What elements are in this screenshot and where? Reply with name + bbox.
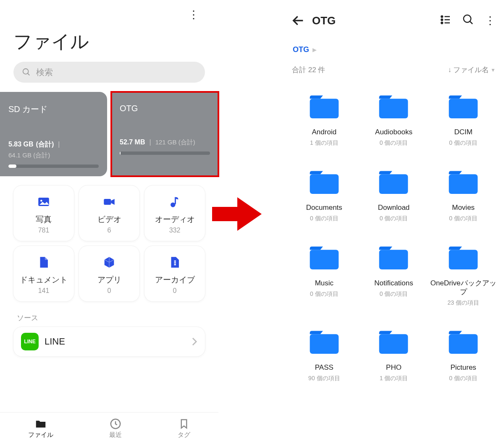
nav-recent[interactable]: 最近 — [109, 418, 122, 439]
back-icon[interactable] — [291, 13, 305, 28]
audio-icon — [148, 194, 202, 210]
folder-icon — [377, 244, 410, 271]
folder-browser-screen: OTG ⋮ OTG ▶ 合計 22 件 ↓ ファイル名 ▼ Android1 個… — [284, 0, 504, 444]
chevron-right-icon — [192, 337, 197, 346]
svg-rect-19 — [310, 99, 339, 118]
page-title: ファイル — [0, 29, 218, 62]
folder-item[interactable]: Music0 個の項目 — [291, 244, 357, 323]
svg-point-12 — [441, 19, 443, 21]
folder-icon — [377, 169, 410, 196]
svg-rect-7 — [174, 261, 176, 262]
folder-icon — [447, 169, 480, 196]
total-count-label: 合計 22 件 — [292, 65, 325, 75]
category-label: アプリ — [82, 274, 136, 285]
search-container: 検索 — [0, 62, 218, 92]
archive-icon — [148, 254, 202, 270]
nav-label: タグ — [178, 431, 190, 438]
folder-name: Music — [291, 279, 357, 288]
red-arrow-icon — [212, 195, 262, 233]
folder-count: 1 個の項目 — [291, 139, 357, 147]
folder-count: 90 個の項目 — [291, 375, 357, 382]
folder-item[interactable]: PASS90 個の項目 — [291, 329, 357, 398]
svg-rect-24 — [449, 174, 478, 194]
category-archives[interactable]: アーカイブ 0 — [144, 246, 205, 301]
folder-name: Android — [291, 128, 357, 137]
transition-gutter — [218, 0, 284, 444]
view-list-button[interactable] — [438, 12, 454, 29]
storage-card-sd[interactable]: SD カード 5.83 GB (合計) | 64.1 GB (合計) — [0, 92, 107, 176]
category-count: 0 — [148, 287, 202, 295]
svg-point-5 — [171, 202, 175, 207]
folder-item[interactable]: Movies0 個の項目 — [430, 169, 496, 238]
topbar: ⋮ — [0, 0, 218, 29]
svg-line-18 — [470, 21, 472, 24]
storage-card-otg[interactable]: OTG 52.7 MB | 121 GB (合計) — [111, 92, 218, 176]
sort-label: ファイル名 — [453, 65, 489, 75]
svg-rect-21 — [449, 99, 478, 118]
folder-icon — [308, 244, 341, 271]
folder-name: DCIM — [430, 128, 496, 137]
search-placeholder: 検索 — [36, 67, 53, 78]
category-count: 141 — [17, 287, 71, 295]
category-photos[interactable]: 写真 781 — [13, 185, 74, 241]
folder-item[interactable]: DCIM0 個の項目 — [430, 93, 496, 163]
breadcrumb-label: OTG — [293, 45, 309, 54]
category-label: ドキュメント — [17, 274, 71, 285]
folder-name: Movies — [430, 203, 496, 212]
more-icon[interactable]: ⋮ — [188, 8, 198, 21]
page-title: OTG — [312, 14, 431, 27]
search-button[interactable] — [460, 12, 476, 29]
folder-name: Pictures — [430, 363, 496, 372]
folder-count: 0 個の項目 — [361, 215, 427, 222]
category-count: 332 — [148, 227, 202, 234]
bottom-nav: ファイル 最近 タグ — [0, 412, 218, 444]
sort-button[interactable]: ↓ ファイル名 ▼ — [448, 65, 496, 75]
source-item-line[interactable]: LINE LINE — [13, 327, 205, 356]
folder-icon — [308, 93, 341, 120]
svg-point-17 — [464, 15, 471, 23]
category-documents[interactable]: ドキュメント 141 — [13, 246, 74, 301]
search-icon — [22, 68, 31, 77]
folder-item[interactable]: OneDriveバックアップ23 個の項目 — [430, 244, 496, 323]
folder-name: PASS — [291, 363, 357, 372]
folder-count: 23 個の項目 — [430, 299, 496, 307]
folder-item[interactable]: Documents0 個の項目 — [291, 169, 357, 238]
folder-icon — [377, 93, 410, 120]
category-apps[interactable]: アプリ 0 — [79, 246, 139, 301]
storage-card-stats: 5.83 GB (合計) | 64.1 GB (合計) — [8, 140, 99, 159]
breadcrumb[interactable]: OTG ▶ — [291, 34, 496, 57]
arrow-down-icon: ↓ — [448, 66, 452, 74]
files-home-screen: ⋮ ファイル 検索 SD カード 5.83 GB (合計) | 64.1 GB … — [0, 0, 218, 444]
folder-item[interactable]: Audiobooks0 個の項目 — [361, 93, 427, 163]
search-input[interactable]: 検索 — [13, 62, 205, 83]
nav-file[interactable]: ファイル — [28, 418, 53, 439]
folder-name: Notifications — [361, 279, 427, 288]
folder-count: 0 個の項目 — [291, 290, 357, 298]
source-name: LINE — [45, 336, 186, 347]
video-icon — [82, 194, 136, 210]
folder-item[interactable]: Android1 個の項目 — [291, 93, 357, 163]
folder-name: Download — [361, 203, 427, 212]
svg-point-11 — [441, 16, 443, 18]
folder-item[interactable]: PHO1 個の項目 — [361, 329, 427, 398]
nav-label: 最近 — [109, 431, 122, 438]
nav-tag[interactable]: タグ — [178, 418, 190, 439]
folder-count: 0 個の項目 — [291, 215, 357, 222]
category-count: 6 — [82, 227, 136, 234]
svg-rect-4 — [104, 199, 111, 205]
svg-rect-8 — [174, 262, 176, 264]
topbar: OTG ⋮ — [291, 0, 496, 34]
folder-icon — [447, 244, 480, 271]
folder-item[interactable]: Download0 個の項目 — [361, 169, 427, 238]
more-button[interactable]: ⋮ — [483, 13, 496, 29]
folder-name: Documents — [291, 203, 357, 212]
category-videos[interactable]: ビデオ 6 — [79, 185, 139, 241]
folder-count: 0 個の項目 — [430, 375, 496, 382]
folder-item[interactable]: Notifications0 個の項目 — [361, 244, 427, 323]
list-meta-row: 合計 22 件 ↓ ファイル名 ▼ — [291, 57, 496, 80]
clock-icon — [109, 418, 122, 430]
folder-name: PHO — [361, 363, 427, 372]
category-audio[interactable]: オーディオ 332 — [144, 185, 205, 241]
svg-rect-29 — [379, 334, 408, 354]
folder-item[interactable]: Pictures0 個の項目 — [430, 329, 496, 398]
